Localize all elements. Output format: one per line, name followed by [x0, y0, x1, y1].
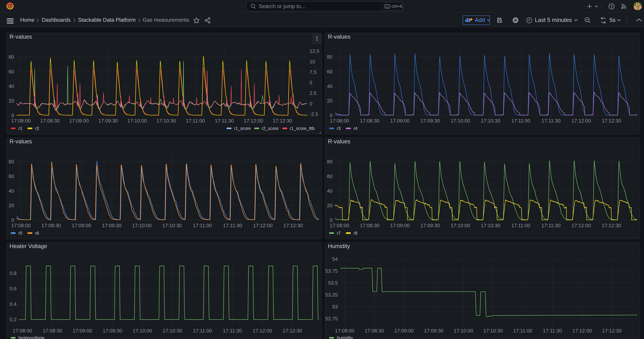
svg-text:17:11:00: 17:11:00: [193, 223, 212, 228]
svg-text:54: 54: [332, 256, 338, 262]
svg-text:20: 20: [8, 203, 14, 208]
svg-text:heatervoltage: heatervoltage: [18, 336, 45, 339]
svg-text:60: 60: [327, 69, 332, 74]
svg-text:17:11:30: 17:11:30: [223, 328, 242, 334]
svg-text:7.5: 7.5: [310, 69, 316, 75]
svg-text:Humidity: Humidity: [328, 243, 350, 249]
svg-text:-2.5: -2.5: [310, 112, 318, 117]
svg-text:0: 0: [310, 101, 312, 106]
svg-text:17:09:00: 17:09:00: [72, 223, 91, 228]
svg-text:17:12:00: 17:12:00: [572, 118, 591, 124]
svg-text:17:08:30: 17:08:30: [40, 118, 60, 124]
svg-text:17:12:00: 17:12:00: [572, 223, 591, 228]
svg-text:17:11:00: 17:11:00: [511, 223, 530, 228]
svg-text:17:12:30: 17:12:30: [602, 118, 621, 124]
svg-text:17:08:00: 17:08:00: [330, 118, 349, 124]
svg-text:r1: r1: [18, 126, 22, 131]
svg-text:17:11:00: 17:11:00: [513, 328, 532, 334]
svg-text:0.8: 0.8: [10, 270, 16, 276]
svg-text:17:10:30: 17:10:30: [162, 223, 182, 228]
svg-text:12.5: 12.5: [310, 48, 319, 54]
svg-text:17:11:30: 17:11:30: [215, 118, 234, 124]
svg-text:Heater Voltage: Heater Voltage: [10, 243, 47, 249]
svg-text:17:08:00: 17:08:00: [330, 223, 349, 228]
svg-text:humidity: humidity: [337, 336, 353, 339]
svg-text:17:11:00: 17:11:00: [511, 118, 530, 124]
svg-text:17:12:00: 17:12:00: [244, 118, 263, 124]
svg-text:17:11:30: 17:11:30: [223, 223, 242, 228]
svg-text:17:12:30: 17:12:30: [602, 223, 621, 228]
svg-text:60: 60: [8, 174, 14, 179]
svg-text:40: 40: [327, 188, 332, 194]
svg-text:r1_score_lttb: r1_score_lttb: [290, 126, 315, 131]
svg-text:17:10:30: 17:10:30: [156, 118, 176, 124]
svg-text:17:10:30: 17:10:30: [484, 328, 503, 334]
svg-text:17:12:00: 17:12:00: [572, 328, 592, 334]
svg-text:80: 80: [8, 54, 14, 60]
svg-text:R-values: R-values: [10, 34, 32, 40]
svg-text:17:08:30: 17:08:30: [364, 328, 384, 334]
svg-text:17:09:30: 17:09:30: [102, 223, 122, 228]
svg-text:17:11:30: 17:11:30: [543, 328, 562, 334]
svg-text:10: 10: [310, 59, 315, 64]
svg-text:40: 40: [327, 84, 332, 89]
svg-text:R-values: R-values: [328, 34, 350, 40]
svg-text:17:10:00: 17:10:00: [454, 328, 473, 334]
svg-text:?: ?: [610, 4, 612, 9]
svg-text:17:09:30: 17:09:30: [420, 223, 440, 228]
svg-text:17:10:00: 17:10:00: [132, 223, 152, 228]
svg-text:17:11:30: 17:11:30: [542, 223, 560, 228]
svg-text:r1_score: r1_score: [234, 126, 251, 131]
svg-text:80: 80: [327, 159, 332, 164]
svg-text:17:12:30: 17:12:30: [283, 223, 303, 228]
svg-text:17:08:00: 17:08:00: [13, 328, 32, 334]
svg-text:0: 0: [12, 113, 14, 118]
svg-text:0: 0: [330, 217, 332, 223]
svg-text:40: 40: [8, 84, 14, 89]
svg-text:17:10:00: 17:10:00: [451, 223, 470, 228]
svg-text:17:08:30: 17:08:30: [360, 118, 380, 124]
svg-text:17:12:00: 17:12:00: [253, 328, 272, 334]
svg-text:0.6: 0.6: [10, 286, 16, 292]
svg-text:40: 40: [8, 188, 14, 194]
svg-text:53.25: 53.25: [325, 292, 338, 298]
svg-text:2.5: 2.5: [310, 90, 316, 96]
svg-text:80: 80: [327, 54, 332, 60]
svg-text:r4: r4: [354, 126, 357, 131]
svg-text:20: 20: [8, 98, 14, 104]
svg-text:52.75: 52.75: [325, 316, 338, 322]
svg-text:R-values: R-values: [10, 138, 32, 144]
svg-text:r2: r2: [35, 126, 39, 131]
svg-text:0.4: 0.4: [10, 302, 16, 307]
svg-text:0.2: 0.2: [10, 317, 16, 322]
svg-text:17:12:30: 17:12:30: [273, 118, 292, 124]
svg-text:r8: r8: [354, 231, 357, 236]
svg-text:20: 20: [327, 98, 332, 104]
svg-text:17:08:30: 17:08:30: [43, 328, 62, 334]
svg-text:17:10:30: 17:10:30: [481, 118, 500, 124]
svg-text:53.75: 53.75: [325, 268, 338, 274]
svg-text:17:09:00: 17:09:00: [69, 118, 89, 124]
svg-text:60: 60: [8, 69, 14, 74]
svg-text:17:09:30: 17:09:30: [98, 118, 118, 124]
svg-text:17:09:00: 17:09:00: [73, 328, 92, 334]
svg-text:20: 20: [327, 203, 332, 208]
svg-text:r3: r3: [337, 126, 341, 131]
svg-text:r6: r6: [35, 231, 39, 236]
svg-text:r5: r5: [18, 231, 22, 236]
svg-text:17:10:00: 17:10:00: [451, 118, 470, 124]
svg-text:17:08:00: 17:08:00: [11, 118, 31, 124]
svg-text:17:09:30: 17:09:30: [424, 328, 444, 334]
svg-text:60: 60: [327, 174, 332, 179]
svg-text:17:10:00: 17:10:00: [128, 118, 147, 124]
svg-text:R-values: R-values: [328, 138, 350, 144]
svg-text:17:11:00: 17:11:00: [193, 328, 212, 334]
svg-text:17:08:30: 17:08:30: [360, 223, 380, 228]
svg-text:5: 5: [310, 80, 312, 86]
svg-text:17:09:00: 17:09:00: [390, 223, 410, 228]
svg-text:r2_score: r2_score: [262, 126, 278, 131]
svg-text:17:08:00: 17:08:00: [11, 223, 31, 228]
svg-text:r7: r7: [337, 231, 341, 236]
svg-text:17:12:30: 17:12:30: [283, 328, 302, 334]
svg-text:17:10:00: 17:10:00: [133, 328, 152, 334]
